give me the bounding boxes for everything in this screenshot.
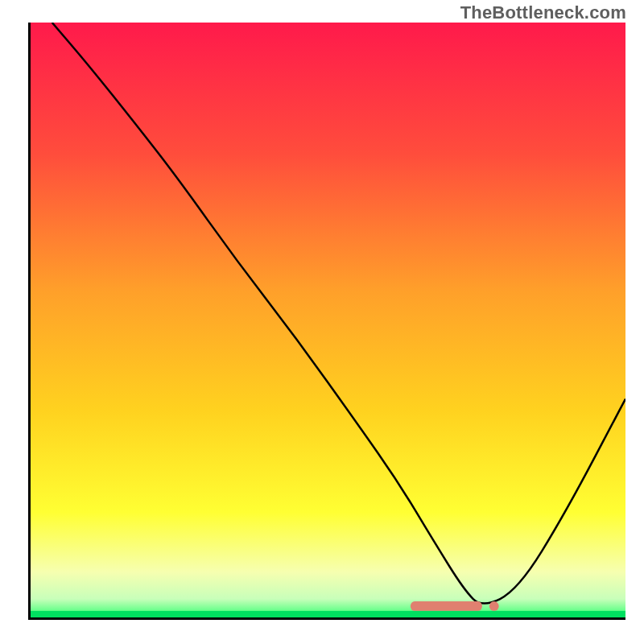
svg-rect-2 xyxy=(411,601,482,611)
plot-area xyxy=(28,23,625,620)
optimal-range-marker xyxy=(28,23,625,620)
chart-stage: TheBottleneck.com xyxy=(0,0,644,644)
watermark-text: TheBottleneck.com xyxy=(460,2,626,23)
svg-point-3 xyxy=(489,601,499,611)
